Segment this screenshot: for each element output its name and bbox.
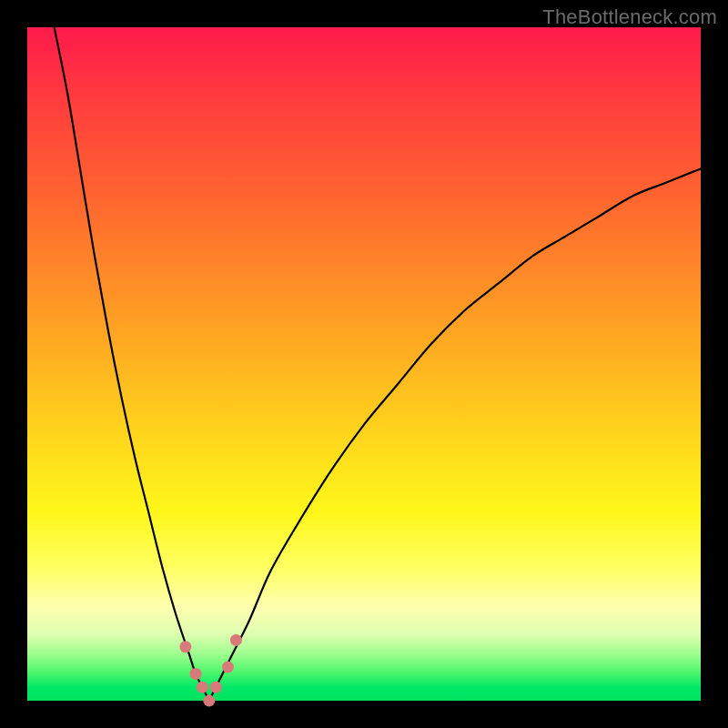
chart-container: TheBottleneck.com: [0, 0, 728, 728]
optimum-marker: [179, 641, 191, 652]
optimum-marker: [222, 662, 234, 673]
optimum-marker: [197, 682, 208, 693]
optimum-markers: [179, 634, 242, 707]
optimum-marker: [203, 695, 215, 707]
optimum-marker: [230, 634, 242, 646]
optimum-marker: [190, 668, 202, 680]
marker-layer: [27, 27, 701, 701]
optimum-marker: [210, 682, 222, 693]
plot-area: [27, 27, 701, 701]
watermark-text: TheBottleneck.com: [542, 5, 717, 29]
